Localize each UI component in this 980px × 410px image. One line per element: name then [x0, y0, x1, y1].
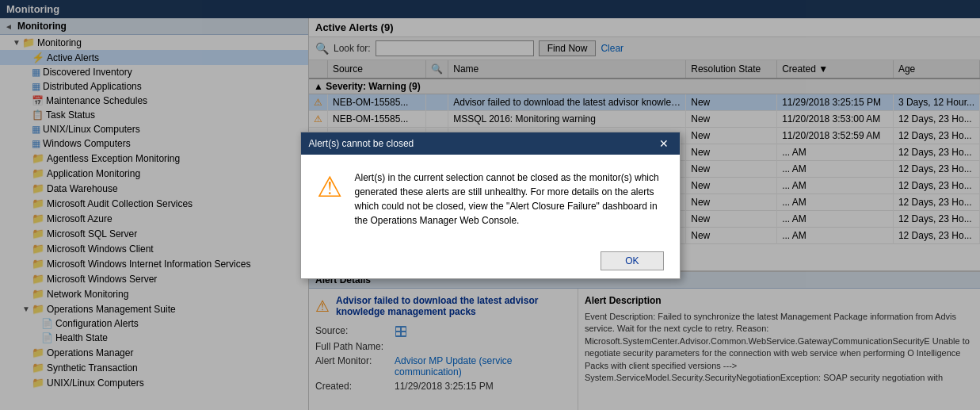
modal-warning-icon: ⚠	[317, 171, 342, 204]
modal-dialog: Alert(s) cannot be closed ✕ ⚠ Alert(s) i…	[300, 132, 681, 279]
modal-close-button[interactable]: ✕	[656, 137, 672, 150]
modal-ok-button[interactable]: OK	[601, 251, 663, 270]
modal-body: ⚠ Alert(s) in the current selection cann…	[301, 155, 680, 243]
modal-footer: OK	[301, 243, 680, 278]
modal-title: Alert(s) cannot be closed	[309, 138, 414, 149]
modal-message: Alert(s) in the current selection cannot…	[355, 171, 664, 228]
modal-title-bar: Alert(s) cannot be closed ✕	[301, 132, 680, 155]
modal-overlay[interactable]: Alert(s) cannot be closed ✕ ⚠ Alert(s) i…	[0, 0, 980, 410]
